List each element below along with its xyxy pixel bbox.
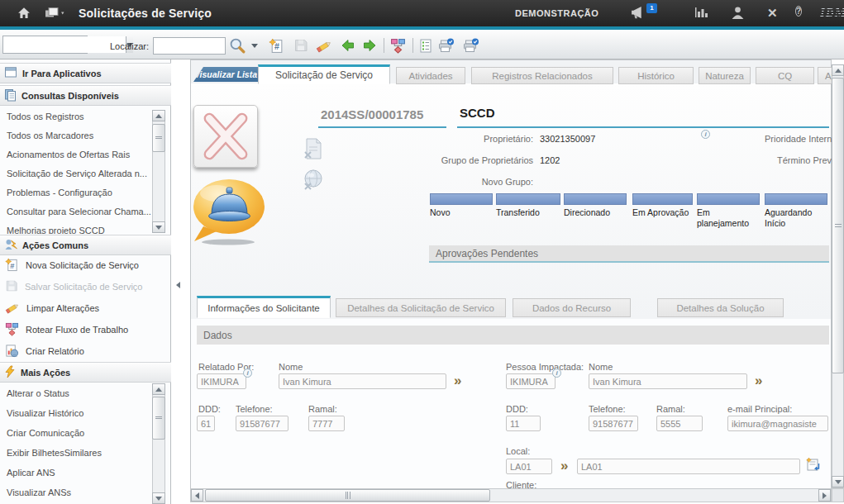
reported-ext-field[interactable] [308, 416, 345, 431]
queries-scrollbar-thumb[interactable] [152, 124, 165, 152]
detail-menu-icon[interactable]: » [560, 459, 568, 473]
subtab-requester-information[interactable]: Informações do Solicitante [197, 296, 331, 318]
more-action-item[interactable]: Alterar o Status [0, 383, 152, 403]
action-clear-changes[interactable]: Limpar Alterações [0, 297, 152, 319]
more-action-item[interactable]: Aplicar ANS [0, 463, 152, 483]
status-step-label: Direcionado [564, 207, 630, 218]
sidebar-header-common-actions[interactable]: Ações Comuns [0, 235, 171, 255]
vscroll-down-icon[interactable] [832, 476, 844, 487]
tab-activities[interactable]: Atividades [396, 67, 465, 84]
save-icon[interactable] [292, 36, 310, 55]
detail-menu-icon[interactable]: » [454, 374, 461, 388]
select-value-icon[interactable] [806, 457, 821, 473]
affected-person-label: Pessoa Impactada: [506, 362, 584, 372]
reported-by-name-field[interactable] [279, 373, 446, 389]
subtab-service-request-details[interactable]: Detalhes da Solicitação de Servico [336, 298, 506, 317]
affected-person-field[interactable] [506, 373, 556, 389]
clear-changes-icon[interactable] [315, 36, 333, 55]
reported-by-field[interactable] [197, 373, 246, 389]
query-item[interactable]: Consultar para Selecionar Chama... [0, 202, 152, 221]
hscroll-left-icon[interactable] [191, 489, 203, 502]
profile-icon[interactable] [731, 6, 747, 21]
vscroll-up-icon[interactable] [832, 64, 844, 76]
vscroll-thumb[interactable] [832, 78, 844, 373]
query-item[interactable]: Melhorias projeto SCCD [0, 221, 152, 234]
more-actions-scroll-up-icon[interactable] [152, 383, 165, 395]
queries-scroll-up-icon[interactable] [152, 110, 165, 121]
announcements-icon[interactable] [630, 6, 646, 21]
more-actions-scrollbar-thumb[interactable] [152, 397, 165, 440]
query-item[interactable]: Todos os Marcadores [0, 126, 152, 145]
route-workflow-icon [5, 322, 19, 338]
reports-chart-icon[interactable] [694, 6, 711, 21]
query-select-input[interactable] [3, 36, 126, 53]
home-icon[interactable] [17, 6, 33, 21]
report-list-icon[interactable] [417, 36, 435, 55]
subtab-resource-data[interactable]: Dados do Recurso [513, 298, 631, 317]
hscroll-thumb[interactable] [205, 489, 490, 502]
local-description-field[interactable] [577, 459, 800, 474]
print-icon[interactable] [436, 36, 455, 55]
help-icon[interactable]: ? [795, 6, 812, 21]
action-save-service-request[interactable]: Salvar Solicitação de Serviço [0, 276, 152, 297]
sidebar-collapse-icon[interactable] [172, 279, 184, 291]
tab-service-request[interactable]: Solicitação de Serviço [258, 64, 390, 84]
query-item[interactable]: Acionamentos de Ofertas Rais [0, 145, 152, 164]
affected-ext-field[interactable] [656, 416, 703, 431]
local-field[interactable] [506, 459, 552, 474]
sidebar-header-more-actions[interactable]: Mais Ações [0, 362, 171, 383]
reported-ddd-label: DDD: [198, 404, 221, 414]
reported-by-name-label: Nome [279, 362, 303, 372]
action-create-report[interactable]: Criar Relatório [0, 340, 152, 362]
action-route-workflow[interactable]: Rotear Fluxo de Trabalho [0, 319, 152, 340]
service-request-bubble-icon [192, 177, 268, 248]
detail-menu-icon[interactable]: » [755, 374, 762, 388]
info-icon[interactable]: i [243, 368, 252, 378]
tab-related-records[interactable]: Registros Relacionados [471, 67, 613, 84]
tab-nature[interactable]: Natureza [699, 67, 751, 84]
more-action-item[interactable]: Visualizar ANSs [0, 483, 152, 502]
more-action-item[interactable]: Visualizar Histórico [0, 403, 152, 423]
query-item[interactable]: Todos os Registros [0, 107, 152, 126]
affected-phone-field[interactable] [589, 416, 638, 431]
affected-name-field[interactable] [589, 373, 747, 389]
new-record-icon[interactable]: # [267, 36, 285, 55]
query-item[interactable]: Solicitação de Serviço Alterada n... [0, 164, 152, 183]
action-new-service-request[interactable]: # Nova Solicitação de Serviço [0, 254, 152, 276]
info-icon[interactable]: i [552, 368, 561, 378]
svg-text:#: # [274, 41, 279, 51]
more-action-item[interactable]: Criar Comunicação [0, 423, 152, 443]
status-segment [697, 193, 760, 205]
globe-disabled-icon[interactable] [302, 169, 325, 193]
query-select[interactable] [2, 36, 88, 54]
record-id: 2014SS/00001785 [321, 107, 423, 121]
print-with-attachments-icon[interactable] [461, 36, 479, 55]
info-icon[interactable]: i [701, 130, 710, 139]
app-title: Solicitações de Serviço [79, 7, 212, 20]
next-record-icon[interactable] [360, 36, 379, 55]
sidebar-header-available-queries[interactable]: Consultas Disponíveis [0, 85, 171, 106]
tab-history[interactable]: Histórico [618, 67, 694, 84]
previous-record-icon[interactable] [338, 36, 356, 55]
more-action-item[interactable]: Exibir BilhetesSimilares [0, 443, 152, 463]
find-input[interactable] [153, 37, 226, 55]
tab-cq[interactable]: CQ [756, 67, 814, 84]
more-actions-scroll-down-icon[interactable] [152, 492, 165, 504]
search-options-dropdown-icon[interactable] [249, 36, 260, 55]
attached-documents-disabled-icon[interactable] [302, 137, 325, 164]
sidebar-item-go-to-applications[interactable]: Ir Para Aplicativos [0, 63, 171, 83]
email-field[interactable] [727, 416, 828, 431]
route-workflow-icon[interactable] [389, 36, 407, 55]
queries-scroll-down-icon[interactable] [152, 221, 165, 233]
reported-ddd-field[interactable] [197, 416, 215, 431]
status-segment [632, 193, 693, 205]
hscroll-right-icon[interactable] [818, 489, 831, 502]
applications-menu-icon[interactable] [45, 6, 69, 21]
sign-out-icon[interactable]: ✕ [767, 6, 784, 21]
search-icon[interactable] [228, 36, 246, 55]
query-item[interactable]: Problemas - Configuração [0, 183, 152, 202]
subtab-solution-details[interactable]: Detalhes da Solução [657, 298, 784, 317]
affected-ddd-field[interactable] [506, 416, 541, 431]
view-list-tab[interactable]: Visualizar Lista [193, 67, 258, 82]
reported-phone-field[interactable] [236, 416, 288, 431]
